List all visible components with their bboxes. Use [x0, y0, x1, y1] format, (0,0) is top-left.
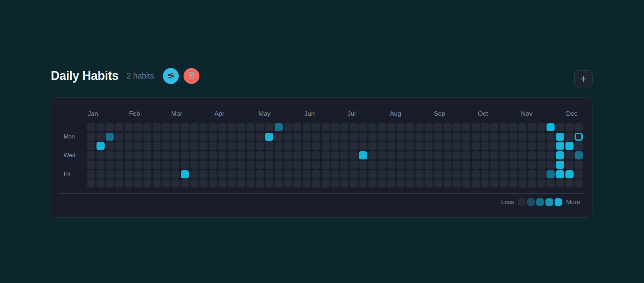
- habit-cell[interactable]: [209, 133, 217, 141]
- habit-cell[interactable]: [528, 151, 536, 159]
- habit-cell[interactable]: [453, 123, 461, 131]
- habit-cell[interactable]: [115, 179, 123, 188]
- habit-cell[interactable]: [303, 151, 311, 159]
- habit-cell[interactable]: [256, 123, 264, 131]
- habit-cell-active[interactable]: [575, 151, 583, 159]
- habit-cell[interactable]: [153, 133, 161, 141]
- habit-cell[interactable]: [87, 179, 95, 188]
- habit-cell[interactable]: [425, 151, 433, 159]
- habit-cell[interactable]: [303, 123, 311, 131]
- habit-cell[interactable]: [115, 133, 123, 141]
- habit-cell[interactable]: [153, 161, 161, 169]
- habit-cell[interactable]: [293, 133, 301, 141]
- habit-cell[interactable]: [509, 142, 517, 150]
- habit-cell[interactable]: [331, 133, 339, 141]
- habit-cell-active[interactable]: [556, 142, 564, 150]
- habit-cell[interactable]: [340, 133, 348, 141]
- habit-cell[interactable]: [106, 142, 114, 150]
- habit-cell[interactable]: [275, 133, 283, 141]
- habit-cell[interactable]: [331, 170, 339, 178]
- habit-cell[interactable]: [331, 123, 339, 131]
- habit-cell[interactable]: [350, 170, 358, 178]
- habit-cell[interactable]: [228, 151, 236, 159]
- habit-cell[interactable]: [490, 133, 498, 141]
- habit-cell-active[interactable]: [96, 142, 105, 150]
- habit-cell[interactable]: [265, 123, 273, 131]
- habit-cell[interactable]: [115, 161, 123, 169]
- habit-cell[interactable]: [509, 179, 517, 188]
- habit-cell[interactable]: [575, 123, 583, 131]
- habit-cell[interactable]: [228, 179, 236, 188]
- habit-cell[interactable]: [209, 170, 217, 178]
- habit-cell[interactable]: [434, 151, 442, 159]
- habit-cell[interactable]: [378, 151, 386, 159]
- habit-cell[interactable]: [396, 133, 405, 141]
- habit-cell[interactable]: [518, 133, 527, 141]
- habit-cell[interactable]: [565, 123, 574, 131]
- habit-cell[interactable]: [565, 151, 574, 159]
- habit-cell[interactable]: [115, 170, 123, 178]
- habit-cell[interactable]: [246, 170, 255, 178]
- habit-cell[interactable]: [256, 161, 264, 169]
- habit-cell[interactable]: [509, 133, 517, 141]
- habit-cell[interactable]: [275, 179, 283, 188]
- habit-cell[interactable]: [378, 123, 386, 131]
- habit-cell[interactable]: [181, 151, 189, 159]
- habit-cell[interactable]: [256, 170, 264, 178]
- habit-cell[interactable]: [368, 151, 377, 159]
- habit-cell[interactable]: [106, 170, 114, 178]
- habit-cell[interactable]: [387, 123, 395, 131]
- habit-cell[interactable]: [218, 123, 227, 131]
- habit-cell[interactable]: [293, 142, 301, 150]
- habit-cell[interactable]: [340, 142, 348, 150]
- habit-cell[interactable]: [359, 161, 367, 169]
- habit-cell[interactable]: [209, 151, 217, 159]
- habit-cell[interactable]: [87, 142, 95, 150]
- habit-cell[interactable]: [462, 179, 470, 188]
- habit-cell[interactable]: [406, 161, 414, 169]
- habit-cell[interactable]: [303, 133, 311, 141]
- habit-cell[interactable]: [331, 179, 339, 188]
- habit-cell[interactable]: [181, 161, 189, 169]
- habit-cell[interactable]: [237, 142, 245, 150]
- habit-cell[interactable]: [359, 142, 367, 150]
- habit-cell[interactable]: [490, 142, 498, 150]
- habit-cell[interactable]: [350, 123, 358, 131]
- habit-cell[interactable]: [406, 133, 414, 141]
- habit-cell[interactable]: [340, 179, 348, 188]
- habit-cell[interactable]: [218, 151, 227, 159]
- habit-cell[interactable]: [406, 151, 414, 159]
- habit-cell[interactable]: [537, 151, 545, 159]
- habit-cell[interactable]: [171, 123, 179, 131]
- habit-cell[interactable]: [246, 151, 255, 159]
- habit-cell[interactable]: [472, 170, 480, 178]
- habit-cell[interactable]: [228, 133, 236, 141]
- habit-cell[interactable]: [106, 161, 114, 169]
- habit-cell-active[interactable]: [265, 133, 273, 141]
- habit-cell[interactable]: [462, 123, 470, 131]
- habit-cell[interactable]: [387, 179, 395, 188]
- habit-cell[interactable]: [284, 142, 292, 150]
- habit-cell[interactable]: [312, 170, 320, 178]
- habit-cell[interactable]: [425, 123, 433, 131]
- habit-cell[interactable]: [87, 123, 95, 131]
- habit-cell[interactable]: [575, 170, 583, 178]
- habit-cell[interactable]: [284, 179, 292, 188]
- habit-cell[interactable]: [331, 151, 339, 159]
- habit-cell[interactable]: [275, 142, 283, 150]
- habit-cell[interactable]: [350, 161, 358, 169]
- habit-cell[interactable]: [575, 161, 583, 169]
- habit-cell[interactable]: [246, 161, 255, 169]
- habit-cell[interactable]: [537, 179, 545, 188]
- habit-cell[interactable]: [237, 123, 245, 131]
- habit-cell[interactable]: [415, 142, 424, 150]
- habit-cell[interactable]: [387, 170, 395, 178]
- habit-cell[interactable]: [256, 142, 264, 150]
- habit-cell[interactable]: [293, 151, 301, 159]
- habit-cell[interactable]: [143, 123, 151, 131]
- habit-cell[interactable]: [556, 123, 564, 131]
- habit-cell[interactable]: [87, 161, 95, 169]
- habit-cell[interactable]: [340, 123, 348, 131]
- habit-cell[interactable]: [153, 123, 161, 131]
- habit-cell-active[interactable]: [106, 133, 114, 141]
